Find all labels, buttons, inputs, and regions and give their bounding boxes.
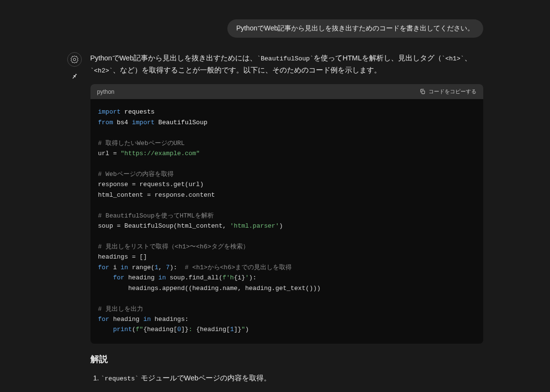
copy-code-button[interactable]: コードをコピーする [419,88,476,95]
tok: headings = [] [98,253,147,261]
tok: {heading[ [143,326,177,333]
copy-icon [419,88,426,95]
tok: ): [249,274,257,281]
tok: {i} [234,274,245,281]
code-block: python コードをコピーする import requests from bs… [90,84,483,344]
tok [98,326,113,333]
tok: ): [170,264,185,271]
tok: ( [132,326,136,333]
tok: , [158,264,166,271]
tok-kw: import [132,119,155,126]
intro-code-h1: `<h1>` [442,55,464,62]
tok-kw: for [98,264,109,271]
intro-code-h2: `<h2>` [90,67,113,74]
tok-kw: for [113,274,124,281]
tok: range( [128,264,155,271]
assistant-row: PythonでWeb記事から見出しを抜き出すためには、`BeautifulSou… [67,52,483,384]
tok: bs4 [113,119,132,126]
tok-comment: # 見出しをリストで取得（<h1>〜<h6>タグを検索） [98,243,249,250]
tok: url = [98,150,121,157]
tok: ]} [181,326,189,333]
tok-num: 7 [166,264,170,271]
tok: heading [124,274,158,281]
tok: ]} [234,326,241,333]
tok: heading [109,316,143,323]
svg-point-0 [73,58,75,60]
tok: html_content = response.content [98,191,215,199]
tok-str: f" [136,326,144,333]
tok-str: ' [245,274,249,281]
tok-comment: # Webページの内容を取得 [98,171,174,178]
code-body[interactable]: import requests from bs4 import Beautifu… [90,99,483,344]
tok: ) [245,326,249,333]
assistant-intro: PythonでWeb記事から見出しを抜き出すためには、`BeautifulSou… [90,52,483,76]
tok-comment: # 見出しを出力 [98,305,144,313]
intro-text-part: を使ってHTMLを解析し、見出しタグ（ [313,54,441,62]
assistant-avatar [67,52,82,67]
tok-kw: print [113,326,132,333]
tok-str: 'html.parser' [230,222,279,230]
tok-str: "https://example.com" [120,150,200,157]
explain-text: モジュールでWebページの内容を取得。 [139,374,271,382]
tok: response = requests.get(url) [98,181,204,188]
user-message-row: PythonでWeb記事から見出しを抜き出すためのコードを書き出してください。 [67,19,483,38]
tok-str: f'h [223,274,234,281]
tok-kw: in [120,264,128,271]
tok: headings: [151,316,189,323]
tok: soup.find_all( [166,274,223,281]
explain-heading: 解説 [90,353,483,365]
tok: ) [279,222,283,230]
copy-label: コードをコピーする [429,88,476,95]
tok: i [109,264,120,271]
tok-comment: # 取得したいWebページのURL [98,140,185,147]
tok-comment: # <h1>から<h6>までの見出しを取得 [185,264,292,271]
tok: headings.append((heading.name, heading.g… [128,285,321,292]
tok [98,285,128,292]
intro-text-part: 、 [464,54,472,62]
tok-kw: in [158,274,166,281]
pin-icon[interactable] [71,73,78,82]
code-lang-label: python [97,88,115,95]
tok-kw: import [98,108,121,116]
tok-comment: # BeautifulSoupを使ってHTMLを解析 [98,212,214,219]
assistant-content: PythonでWeb記事から見出しを抜き出すためには、`BeautifulSou… [90,52,483,384]
tok-kw: from [98,119,113,126]
explain-item-1: `requests` モジュールでWebページの内容を取得。 [101,372,483,384]
tok: BeautifulSoup [155,119,208,126]
tok [98,274,113,281]
tok-str: : [189,326,196,333]
intro-text-part: 、など）を取得することが一般的です。以下に、そのためのコード例を示します。 [113,66,381,74]
code-header: python コードをコピーする [90,84,483,99]
explain-code: `requests` [101,375,139,382]
tok-str: " [241,326,245,333]
intro-code-lib: `BeautifulSoup` [257,55,313,62]
user-message: PythonでWeb記事から見出しを抜き出すためのコードを書き出してください。 [227,19,483,38]
intro-text-part: PythonでWeb記事から見出しを抜き出すためには、 [90,54,257,62]
openai-icon [70,55,79,64]
svg-rect-1 [421,91,424,94]
avatar-column [67,52,82,384]
tok: soup = BeautifulSoup(html_content, [98,222,230,230]
tok: {heading[ [196,326,230,333]
tok-kw: for [98,316,109,323]
tok-kw: in [143,316,151,323]
explain-list: `requests` モジュールでWebページの内容を取得。 [90,372,483,384]
tok: requests [120,108,154,116]
